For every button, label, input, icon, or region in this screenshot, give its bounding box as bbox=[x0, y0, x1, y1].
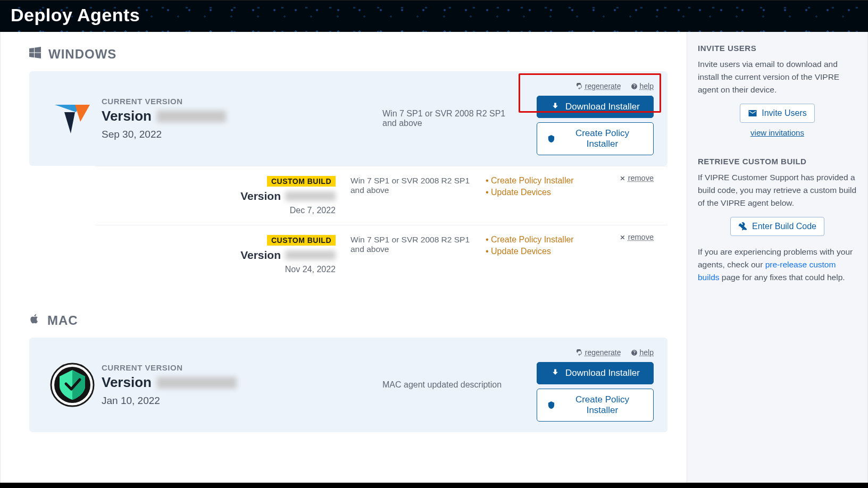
regenerate-link[interactable]: regenerate bbox=[576, 348, 621, 357]
windows-custom-builds: remove CUSTOM BUILD Version Dec 7, 2022 … bbox=[95, 166, 667, 284]
update-devices-link[interactable]: Update Devices bbox=[486, 247, 654, 256]
main-content: WINDOWS CURRENT VERSION Version Sep 30, … bbox=[1, 32, 687, 483]
remove-link[interactable]: remove bbox=[619, 233, 654, 241]
download-installer-button[interactable]: Download Installer bbox=[537, 96, 654, 118]
windows-icon bbox=[29, 47, 41, 62]
version-word: Version bbox=[102, 374, 152, 391]
version-description: Win 7 SP1 or SVR 2008 R2 SP1 and above bbox=[382, 109, 526, 128]
current-version-label: CURRENT VERSION bbox=[102, 363, 382, 372]
version-date: Sep 30, 2022 bbox=[102, 129, 382, 140]
windows-section-heading: WINDOWS bbox=[29, 47, 667, 62]
mac-heading-text: MAC bbox=[47, 313, 78, 328]
version-description: MAC agent updated description bbox=[382, 380, 526, 390]
page-header: Deploy Agents bbox=[0, 0, 868, 32]
footer-bar bbox=[0, 483, 868, 488]
custom-build-badge: CUSTOM BUILD bbox=[267, 176, 336, 187]
help-link[interactable]: help bbox=[631, 82, 654, 90]
invite-users-section: INVITE USERS Invite users via email to d… bbox=[698, 44, 857, 138]
apple-icon bbox=[29, 313, 40, 328]
version-date: Dec 7, 2022 bbox=[175, 206, 336, 215]
invite-users-text: Invite users via email to download and i… bbox=[698, 58, 857, 96]
version-date: Jan 10, 2022 bbox=[102, 395, 382, 407]
version-number-redacted bbox=[157, 111, 226, 122]
retrieve-build-title: RETRIEVE CUSTOM BUILD bbox=[698, 157, 857, 166]
custom-build-row: remove CUSTOM BUILD Version Dec 7, 2022 … bbox=[95, 166, 667, 225]
custom-build-badge: CUSTOM BUILD bbox=[267, 235, 336, 246]
help-link[interactable]: help bbox=[631, 348, 654, 357]
sidebar: INVITE USERS Invite users via email to d… bbox=[687, 32, 867, 483]
retrieve-build-section: RETRIEVE CUSTOM BUILD If VIPRE Customer … bbox=[698, 157, 857, 284]
page-title: Deploy Agents bbox=[11, 5, 857, 26]
mac-current-card: CURRENT VERSION Version Jan 10, 2022 MAC… bbox=[29, 338, 667, 432]
create-policy-installer-button[interactable]: Create Policy Installer bbox=[537, 122, 654, 155]
windows-current-card: CURRENT VERSION Version Sep 30, 2022 Win… bbox=[29, 71, 667, 166]
version-description: Win 7 SP1 or SVR 2008 R2 SP1 and above bbox=[350, 235, 483, 254]
view-invitations-link[interactable]: view invitations bbox=[750, 128, 804, 137]
version-number-redacted bbox=[285, 250, 336, 260]
version-word: Version bbox=[240, 190, 281, 203]
mac-agent-logo bbox=[43, 363, 102, 407]
download-installer-button[interactable]: Download Installer bbox=[537, 362, 654, 384]
enter-build-code-button[interactable]: Enter Build Code bbox=[730, 217, 824, 236]
invite-users-button[interactable]: Invite Users bbox=[740, 104, 814, 123]
update-devices-link[interactable]: Update Devices bbox=[486, 188, 654, 197]
version-number-redacted bbox=[157, 377, 237, 389]
version-word: Version bbox=[240, 249, 281, 262]
version-date: Nov 24, 2022 bbox=[175, 265, 336, 274]
version-description: Win 7 SP1 or SVR 2008 R2 SP1 and above bbox=[350, 176, 483, 195]
retrieve-build-text: If VIPRE Customer Support has provided a… bbox=[698, 171, 857, 209]
custom-build-row: remove CUSTOM BUILD Version Nov 24, 2022… bbox=[95, 225, 667, 284]
windows-heading-text: WINDOWS bbox=[48, 47, 116, 62]
create-policy-installer-button[interactable]: Create Policy Installer bbox=[537, 389, 654, 422]
remove-link[interactable]: remove bbox=[619, 174, 654, 182]
current-version-label: CURRENT VERSION bbox=[102, 97, 382, 106]
regenerate-link[interactable]: regenerate bbox=[576, 82, 621, 90]
version-number-redacted bbox=[285, 191, 336, 201]
version-word: Version bbox=[102, 108, 152, 124]
invite-users-title: INVITE USERS bbox=[698, 44, 857, 53]
mac-section-heading: MAC bbox=[29, 313, 667, 328]
vipre-logo bbox=[43, 102, 102, 136]
retrieve-build-note: If you are experiencing problems with yo… bbox=[698, 246, 857, 284]
